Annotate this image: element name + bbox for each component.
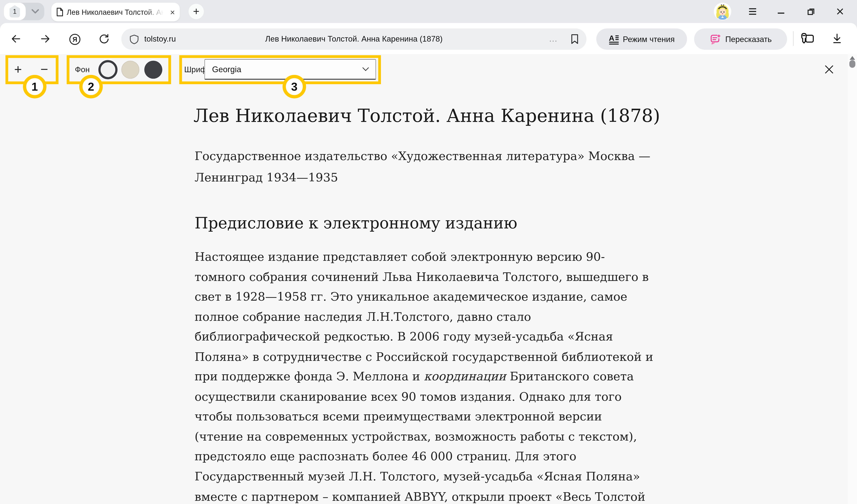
avatar-girl-icon <box>714 3 732 20</box>
new-tab-button[interactable]: + <box>188 4 204 19</box>
tab-list-dropdown[interactable] <box>26 3 44 20</box>
subtitle-line: Ленинград 1934—1935 <box>195 167 650 188</box>
scrollbar[interactable] <box>848 54 857 504</box>
body-line: чтобы пользоваться всеми преимуществами … <box>195 407 653 427</box>
browser-window: 1 Лев Николаевич Толстой. Анна Каренина … <box>0 0 857 504</box>
retell-button[interactable]: Пересказать <box>694 29 787 50</box>
toolbar-divider <box>793 31 794 46</box>
scrollbar-thumb[interactable] <box>849 60 855 68</box>
bookmark-icon[interactable] <box>571 34 579 44</box>
tab-close-icon[interactable]: × <box>170 8 175 16</box>
passwords-cards-button[interactable] <box>800 32 815 46</box>
back-arrow-icon <box>10 33 21 44</box>
scroll-up-arrow-icon[interactable] <box>849 56 855 60</box>
download-icon <box>831 33 843 44</box>
yandex-home-button[interactable]: Я <box>69 33 81 46</box>
body-line: Поляна» в сотрудничестве с Российской го… <box>195 347 653 367</box>
body-line: библиографической редкостью. В 2006 году… <box>195 327 653 347</box>
subtitle-line: Государственное издательство «Художестве… <box>195 146 650 167</box>
tab-counter[interactable]: 1 <box>4 3 44 20</box>
svg-text:А: А <box>609 34 614 42</box>
background-swatch-dark[interactable] <box>144 61 162 79</box>
forward-button[interactable] <box>40 33 51 44</box>
body-line: полное собрание наследия Л.Н.Толстого, д… <box>195 307 653 327</box>
article-subtitle: Государственное издательство «Художестве… <box>195 146 650 188</box>
svg-text:Я: Я <box>72 36 77 43</box>
body-line: томного собрания сочинений Льва Николаев… <box>195 267 653 287</box>
browser-page: Я tolstoy.ru Лев Николаевич Толстой. Анн… <box>0 23 857 504</box>
close-window-button[interactable] <box>836 7 844 16</box>
reload-icon <box>98 33 110 45</box>
key-card-icon <box>800 32 815 46</box>
minimize-icon <box>777 7 786 16</box>
callout-badge-1: 1 <box>23 75 47 98</box>
minimize-button[interactable] <box>777 7 786 16</box>
chevron-down-icon <box>362 67 370 71</box>
reader-mode-toolbar: + − Фон Шрифт Georgia 1 <box>0 54 848 86</box>
body-line: (чтение на современных устройствах, возм… <box>195 427 653 447</box>
address-bar: Я tolstoy.ru Лев Николаевич Толстой. Анн… <box>0 23 857 54</box>
body-line: Государственный музей Л.Н. Толстого, муз… <box>195 467 653 487</box>
tab-count-label: 1 <box>13 8 17 15</box>
menu-button[interactable] <box>748 7 757 16</box>
url-page-title: Лев Николаевич Толстой. Анна Каренина (1… <box>121 29 586 50</box>
body-line: при поддержке фонда Э. Меллона и координ… <box>195 367 653 387</box>
forward-arrow-icon <box>40 33 51 44</box>
background-swatch-light[interactable] <box>98 60 117 79</box>
retell-label: Пересказать <box>725 35 772 44</box>
article-heading: Предисловие к электронному изданию <box>195 214 517 232</box>
font-increase-button[interactable]: + <box>12 54 24 84</box>
yandex-logo-icon: Я <box>69 33 81 46</box>
body-line-segment: Британского совета <box>506 370 634 383</box>
callout-badge-2: 2 <box>79 75 103 98</box>
restore-icon <box>807 7 816 16</box>
tab-bar: 1 Лев Николаевич Толстой. Анна Каренина … <box>0 0 857 23</box>
font-select-value: Georgia <box>212 60 241 79</box>
restore-button[interactable] <box>807 7 816 16</box>
tab-count-badge[interactable]: 1 <box>4 3 26 20</box>
downloads-button[interactable] <box>831 33 843 44</box>
body-line: осуществили сканирование всех 90 томов и… <box>195 387 653 407</box>
retell-sparkle-chat-icon <box>709 33 721 45</box>
body-line: вместе с партнером – компанией ABBYY, от… <box>195 487 653 504</box>
reader-content: Лев Николаевич Толстой. Анна Каренина (1… <box>0 85 848 504</box>
browser-tab[interactable]: Лев Николаевич Толстой. Анна Каренина (1… <box>51 3 180 21</box>
body-line: Настоящее издание представляет собой эле… <box>195 247 653 267</box>
close-icon <box>823 64 835 75</box>
back-button[interactable] <box>10 33 21 44</box>
body-line-segment: при поддержке фонда Э. Меллона и <box>195 370 424 383</box>
callout-badge-3: 3 <box>283 75 306 98</box>
page-icon <box>56 8 63 17</box>
body-line: предстояло еще распознать более 46 000 с… <box>195 447 653 467</box>
more-options-icon[interactable]: … <box>549 29 558 49</box>
profile-avatar[interactable] <box>714 3 732 20</box>
reading-mode-label: Режим чтения <box>623 35 675 44</box>
url-bar[interactable]: tolstoy.ru Лев Николаевич Толстой. Анна … <box>121 29 586 50</box>
tab-title: Лев Николаевич Толстой. Анна Каренина (1… <box>67 8 167 16</box>
article-title: Лев Николаевич Толстой. Анна Каренина (1… <box>194 105 660 126</box>
body-line: свет в 1928—1958 гг. Это уникальное акад… <box>195 287 653 307</box>
reading-mode-button[interactable]: А Режим чтения <box>596 29 687 50</box>
chevron-down-icon <box>31 9 39 14</box>
background-swatch-sepia[interactable] <box>121 61 139 79</box>
close-icon <box>836 7 844 16</box>
reload-button[interactable] <box>98 33 110 45</box>
close-reader-toolbar-button[interactable] <box>823 64 835 75</box>
reading-mode-icon: А <box>609 34 619 45</box>
body-line-italic: координации <box>424 370 506 383</box>
hamburger-icon <box>748 7 757 16</box>
article-body: Настоящее издание представляет собой эле… <box>195 247 653 504</box>
